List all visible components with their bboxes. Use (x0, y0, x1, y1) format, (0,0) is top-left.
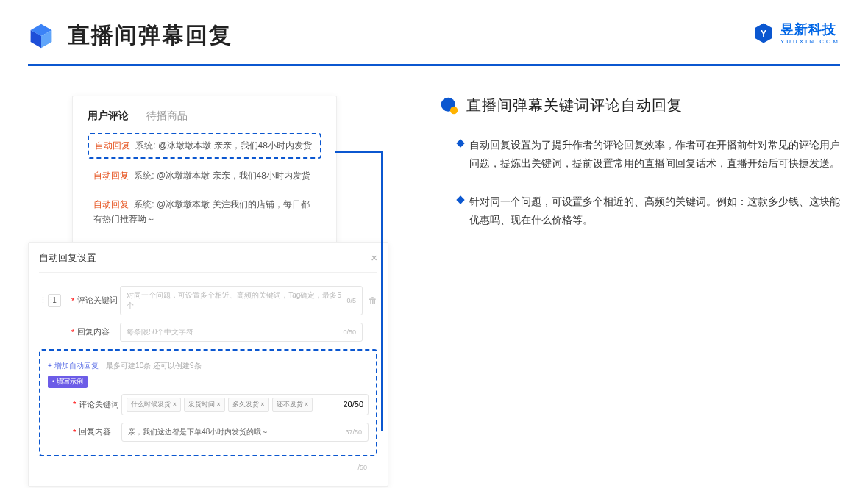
reply-content-input[interactable]: 每条限50个中文字符 0/50 (120, 323, 363, 342)
required-icon: * (71, 328, 74, 337)
auto-reply-label: 自动回复 (93, 171, 129, 181)
svg-text:Y: Y (761, 28, 766, 38)
example-section: + 增加自动回复 最多可建10条 还可以创建9条 • 填写示例 * 评论关键词 … (39, 349, 377, 456)
example-keyword-input[interactable]: 什么时候发货 × 发货时间 × 多久发货 × 还不发货 × 20/50 (121, 394, 369, 415)
comment-row: 自动回复 系统: @冰墩墩本墩 亲亲，我们48小时内发货 (88, 133, 321, 159)
keyword-input[interactable]: 对同一个问题，可设置多个相近、高频的关键词，Tag确定，最多5个 0/5 (120, 286, 363, 315)
keyword-tag[interactable]: 发货时间 × (184, 398, 225, 412)
keyword-label: 评论关键词 (77, 295, 120, 306)
add-note: 最多可建10条 还可以创建9条 (106, 362, 201, 370)
section-title: 直播间弹幕关键词评论自动回复 (466, 96, 683, 115)
comment-text: @冰墩墩本墩 亲亲，我们48小时内发货 (157, 171, 310, 181)
bullet-item: 针对同一个问题，可设置多个相近的、高频的关键词。例如：这款多少钱、这块能优惠吗、… (458, 193, 840, 229)
drag-handle-icon[interactable]: ⋮⋮ (39, 295, 48, 305)
comment-prefix: 系统: (134, 199, 154, 209)
char-count: /50 (357, 464, 367, 471)
page-title: 直播间弹幕回复 (68, 21, 232, 51)
settings-panel: 自动回复设置 × ⋮⋮ 1 * 评论关键词 对同一个问题，可设置多个相近、高频的… (28, 242, 388, 487)
keyword-label: 评论关键词 (79, 399, 121, 410)
reply-content-label: 回复内容 (79, 426, 121, 437)
char-count: 20/50 (343, 400, 363, 409)
auto-reply-label: 自动回复 (95, 140, 130, 151)
close-icon[interactable]: × (371, 251, 377, 264)
required-icon: * (71, 296, 74, 305)
add-auto-reply-link[interactable]: + 增加自动回复 (48, 362, 99, 370)
comment-prefix: 系统: (134, 171, 154, 181)
delete-icon[interactable]: 🗑 (369, 295, 377, 306)
char-count: 0/50 (343, 329, 356, 336)
keyword-tag[interactable]: 还不发货 × (272, 398, 313, 412)
comment-row: 自动回复 系统: @冰墩墩本墩 关注我们的店铺，每日都有热门推荐呦～ (88, 193, 321, 230)
sequence-number: 1 (48, 294, 61, 307)
comment-prefix: 系统: (135, 140, 155, 151)
comment-text: @冰墩墩本墩 亲亲，我们48小时内发货 (158, 140, 312, 151)
auto-reply-label: 自动回复 (93, 199, 129, 209)
brand-icon: Y (753, 22, 775, 44)
char-count: 37/50 (345, 428, 362, 436)
feature-icon (440, 96, 459, 115)
connector-line (335, 151, 381, 153)
svg-point-5 (450, 106, 458, 113)
keyword-tag[interactable]: 什么时候发货 × (127, 398, 181, 412)
connector-line (381, 151, 383, 431)
keyword-tag[interactable]: 多久发货 × (228, 398, 269, 412)
tab-pending-goods[interactable]: 待播商品 (146, 110, 188, 123)
brand-name: 昱新科技 (780, 21, 840, 38)
brand-logo: Y 昱新科技 YUUXIN.COM (753, 21, 840, 45)
example-reply-input[interactable]: 亲，我们这边都是下单48小时内发货的哦～ 37/50 (121, 423, 369, 442)
required-icon: * (73, 400, 76, 409)
settings-title: 自动回复设置 (39, 251, 96, 265)
example-badge: • 填写示例 (48, 376, 88, 388)
brand-domain: YUUXIN.COM (780, 38, 840, 45)
reply-content-label: 回复内容 (77, 326, 120, 337)
comments-panel: 用户评论 待播商品 自动回复 系统: @冰墩墩本墩 亲亲，我们48小时内发货 自… (72, 96, 337, 251)
tab-user-comments[interactable]: 用户评论 (88, 110, 129, 123)
bullet-item: 自动回复设置为了提升作者的评论回复效率，作者可在开播前针对常见的评论用户问题，提… (458, 136, 840, 172)
comment-row: 自动回复 系统: @冰墩墩本墩 亲亲，我们48小时内发货 (88, 165, 321, 187)
char-count: 0/5 (346, 297, 356, 304)
cube-icon (28, 23, 54, 49)
required-icon: * (73, 428, 76, 437)
